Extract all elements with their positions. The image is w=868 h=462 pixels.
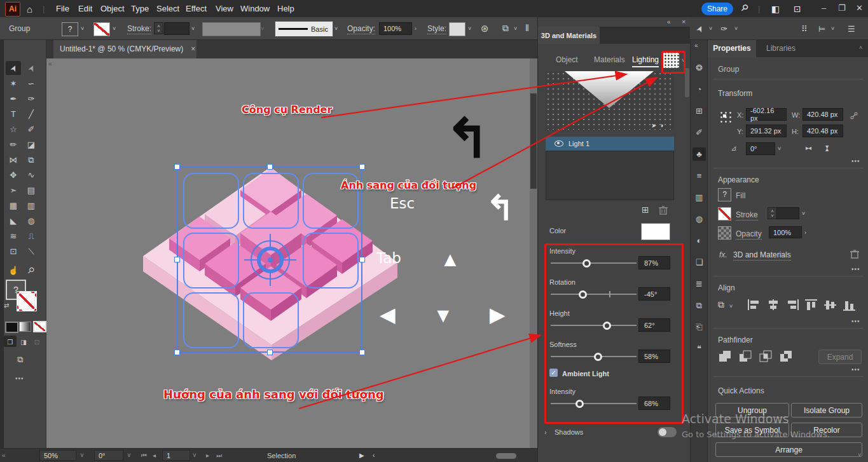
add-light-icon[interactable]: ⊞ (642, 205, 649, 214)
shadows-toggle[interactable] (658, 427, 677, 437)
ungroup-button[interactable]: Ungroup (715, 403, 789, 418)
style-swatch[interactable] (449, 22, 465, 36)
3d-materials-tab[interactable]: 3D and Materials (538, 27, 600, 44)
fx-3d-materials-link[interactable]: 3D and Materials (733, 250, 791, 261)
stroke-width-stepper[interactable]: ˄ ˅ (768, 207, 777, 219)
light-list-item[interactable]: Light 1 (546, 137, 674, 151)
chevron-down-icon[interactable]: ˅ (127, 452, 131, 459)
menu-edit[interactable]: Edit (78, 4, 92, 13)
chevron-down-icon[interactable]: ˅ (468, 25, 471, 32)
close-panel-icon[interactable]: × (682, 18, 685, 25)
chevrons-left-icon[interactable]: « (667, 19, 671, 25)
chevrons-left-icon[interactable]: « (2, 452, 6, 459)
delete-light-icon[interactable] (659, 205, 668, 215)
chevron-down-icon[interactable]: ˅ (729, 303, 733, 309)
selection-handle[interactable] (359, 350, 365, 355)
w-field[interactable]: 420.48 px (803, 108, 843, 121)
chevron-down-icon[interactable]: ˅ (193, 452, 196, 459)
play-icon[interactable]: ▶ (359, 452, 364, 459)
previous-artboard-icon[interactable]: ◂ (153, 452, 156, 459)
gradient-mode-button[interactable] (19, 322, 31, 332)
draw-inside-mode[interactable]: ⊡ (31, 336, 43, 347)
menu-window[interactable]: Window (240, 4, 270, 13)
direct-selection-tool[interactable]: ➤ (24, 61, 39, 75)
chevron-down-icon[interactable]: ˅ (81, 25, 84, 32)
align-left-button[interactable] (747, 299, 761, 311)
color-panel-icon[interactable]: ❂ (692, 61, 706, 74)
recolor-button[interactable]: Recolor (791, 423, 862, 437)
document-setup-icon[interactable]: ⧉ (502, 23, 509, 34)
chevron-down-icon[interactable]: ˅ (831, 25, 834, 32)
chevron-down-icon[interactable]: ˅ (734, 25, 738, 32)
pencil-tool[interactable]: ✏ (6, 137, 21, 151)
transparency-panel-icon[interactable]: ◍ (692, 212, 706, 226)
chevron-down-icon[interactable]: ˅ (334, 25, 338, 32)
selection-handle[interactable] (359, 164, 365, 170)
draw-behind-mode[interactable]: ◨ (17, 336, 30, 347)
color-guide-panel-icon[interactable]: ◔ (692, 83, 706, 96)
align-top-button[interactable] (804, 299, 818, 311)
h-field[interactable]: 420.48 px (803, 125, 843, 137)
artboard-tool[interactable]: ⊡ (6, 244, 21, 258)
flip-horizontal-icon[interactable]: ▸◂ (806, 145, 811, 151)
gradient-tool[interactable]: ▥ (24, 198, 39, 212)
scroll-down-icon[interactable]: ˅ (858, 452, 861, 458)
zoom-level-field[interactable]: 50% (39, 450, 76, 461)
scrollbar-thumb[interactable] (530, 93, 537, 189)
zoom-tool[interactable]: ⚲ (24, 263, 39, 277)
more-tools-icon[interactable]: ••• (15, 375, 24, 382)
selection-cursor-icon[interactable]: ➤ (694, 24, 705, 34)
restore-button[interactable]: ❐ (838, 3, 846, 13)
paintbrush-tool[interactable]: ✐ (24, 122, 39, 136)
home-icon[interactable]: ⌂ (27, 4, 32, 15)
lighting-preview[interactable] (546, 71, 674, 130)
selection-handle[interactable] (174, 350, 180, 355)
draw-normal-mode[interactable]: ❒ (4, 336, 17, 347)
tab-materials[interactable]: Materials (594, 55, 625, 64)
none-mode-button[interactable] (33, 321, 46, 332)
last-artboard-icon[interactable]: ⏭ (216, 452, 222, 459)
style-label[interactable]: Style: (427, 24, 446, 34)
caret-up-icon[interactable]: ˄ (157, 24, 160, 29)
globe-icon[interactable]: ⊛ (481, 23, 489, 34)
scale-tool[interactable]: ➣ (6, 183, 21, 197)
expand-button[interactable]: Expand (818, 350, 862, 364)
menu-object[interactable]: Object (100, 4, 125, 13)
first-artboard-icon[interactable]: ⏮ (141, 452, 147, 459)
screen-mode-button[interactable]: ⧉ (13, 352, 28, 366)
artboard-number-field[interactable]: 1 (162, 450, 190, 461)
swap-fill-stroke-icon[interactable]: ⇄ (4, 302, 9, 309)
pathfinder-unite-button[interactable] (718, 350, 732, 362)
asset-export-panel-icon[interactable]: ⎗ (692, 320, 706, 334)
scroll-up-icon[interactable]: ˄ (859, 45, 862, 51)
curvature-tool[interactable]: ✑ (24, 92, 39, 105)
fill-swatch[interactable]: ? (62, 22, 78, 36)
stroke-stepper[interactable]: ˄ ˅ (154, 22, 163, 34)
pen-tool[interactable]: ✒ (6, 92, 21, 105)
rotation-field[interactable]: 0° (94, 450, 123, 461)
eraser-tool[interactable]: ◪ (24, 137, 39, 151)
tab-object[interactable]: Object (556, 55, 578, 64)
opacity-swatch[interactable] (718, 226, 731, 240)
panel-flow-icon[interactable]: ⊨ (818, 24, 825, 34)
panel-scrollbar[interactable] (685, 68, 689, 97)
mesh-tool[interactable]: ▦ (6, 198, 21, 212)
light-target-widget[interactable] (243, 233, 298, 287)
workspace-grid-icon[interactable]: ⠿ (801, 24, 808, 34)
comments-panel-icon[interactable]: ❝ (692, 342, 706, 355)
slice-tool[interactable]: ⟍ (24, 244, 39, 258)
menu-view[interactable]: View (216, 4, 233, 13)
caret-up-icon[interactable]: ˄ (771, 209, 773, 214)
close-button[interactable]: ✕ (856, 3, 863, 13)
layers-panel-icon[interactable]: ≣ (692, 277, 706, 290)
selection-handle[interactable] (174, 257, 180, 262)
align-right-button[interactable] (785, 299, 799, 311)
delete-effect-icon[interactable] (850, 249, 859, 259)
gradient-panel-icon[interactable]: ▥ (692, 191, 706, 204)
chevron-down-icon[interactable]: ˅ (80, 452, 84, 459)
close-tab-icon[interactable]: × (191, 44, 195, 53)
align-bottom-button[interactable] (843, 299, 857, 311)
flip-vertical-icon[interactable]: ▸◂ (824, 146, 830, 151)
light-color-swatch[interactable] (641, 223, 670, 240)
menu-file[interactable]: File (56, 4, 69, 13)
